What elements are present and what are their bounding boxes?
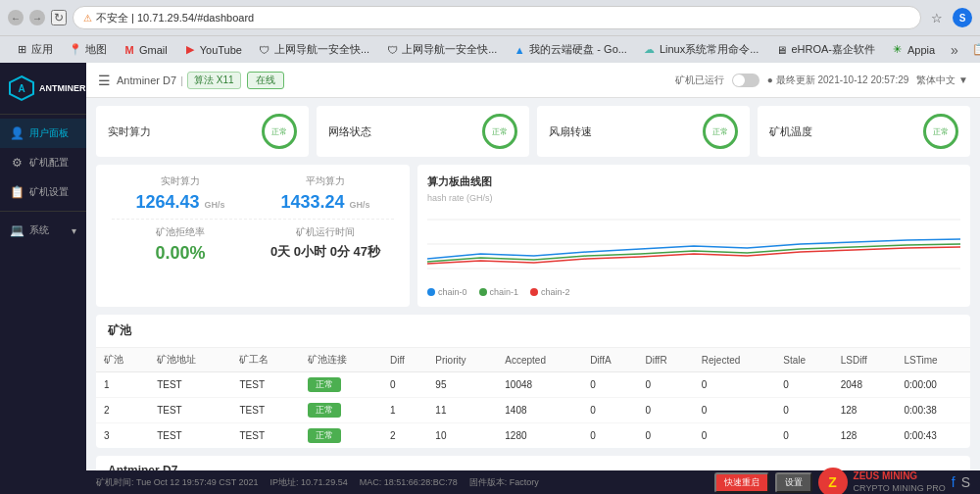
- col-status: 矿池连接: [300, 348, 382, 372]
- browser-chrome: ← → ↻ ⚠ 不安全 | 10.71.29.54/#dashboard ☆ S…: [0, 0, 980, 63]
- sidebar-nav: 👤 用户面板 ⚙ 矿机配置 📋 矿机设置 💻 系统 ▾: [0, 115, 86, 249]
- col-pool: 矿池: [96, 348, 149, 372]
- bookmark-youtube[interactable]: ▶ YouTube: [176, 40, 249, 60]
- config-button[interactable]: 设置: [775, 472, 812, 493]
- pool-row-3: 3 TEST TEST 正常 2 10 1280 0 0 0 0 128: [96, 423, 970, 449]
- sidebar-item-miner-settings[interactable]: 📋 矿机设置: [0, 177, 86, 207]
- bookmark-linux[interactable]: ☁ Linux系统常用命令...: [636, 39, 765, 60]
- bottom-datetime: 矿机时间: Tue Oct 12 19:57:49 CST 2021: [96, 476, 259, 489]
- back-button[interactable]: ←: [8, 10, 24, 25]
- reload-button[interactable]: ↻: [51, 10, 67, 25]
- chain1-label: chain-1: [490, 287, 519, 297]
- pool-row-3-lsdiff: 128: [833, 423, 897, 449]
- pool-row-1-lstime: 0:00:00: [897, 372, 970, 398]
- metrics-grid: 实时算力 1264.43 GH/s 平均算力 1433.24 GH/s: [112, 174, 394, 213]
- shield-icon-1: 🛡: [258, 43, 271, 57]
- config-icon: ⚙: [10, 156, 24, 170]
- pool-row-2-accepted: 1408: [497, 398, 582, 423]
- shield-icon-2: 🛡: [385, 43, 399, 57]
- reading-icon: 📋: [972, 43, 980, 56]
- zeus-text: ZEUS MINING CRYPTO MINING PRO: [854, 469, 946, 494]
- system-label: 系统: [29, 223, 49, 237]
- chart-area: 算力板曲线图 hash rate (GH/s): [417, 165, 970, 307]
- sidebar-item-dashboard[interactable]: 👤 用户面板: [0, 119, 86, 148]
- fan-card-label: 风扇转速: [549, 124, 592, 139]
- bookmark-maps-label: 地图: [85, 42, 107, 57]
- network-ring: 正常: [482, 114, 517, 149]
- cloud-icon: ☁: [643, 43, 657, 57]
- pool-row-1-diffa: 0: [582, 372, 637, 398]
- chain0-dot: [427, 288, 435, 296]
- pool-row-3-priority: 10: [427, 423, 497, 449]
- pool-row-3-lstime: 0:00:43: [897, 423, 970, 449]
- bookmark-appia-label: Appia: [907, 44, 935, 56]
- sidebar-item-system[interactable]: 💻 系统 ▾: [0, 216, 86, 245]
- metric-divider: [112, 219, 394, 220]
- dashboard-label: 用户面板: [29, 126, 69, 140]
- col-rejected: Rejected: [694, 348, 775, 372]
- bookmark-nav1-label: 上网导航一安全快...: [274, 42, 369, 57]
- expand-icon: ▾: [72, 225, 76, 236]
- bookmark-star-icon[interactable]: ☆: [927, 8, 947, 27]
- profile-button[interactable]: S: [953, 8, 972, 27]
- svg-text:A: A: [18, 83, 24, 94]
- pool-table-header: 矿池 矿池地址 矿工名 矿池连接 Diff Priority Accepted …: [96, 348, 970, 372]
- pool-row-2-worker: TEST: [231, 398, 299, 423]
- language-selector[interactable]: 繁体中文 ▼: [916, 74, 968, 87]
- miner-running-label: 矿机已运行: [675, 74, 724, 87]
- bookmark-ehroa-label: eHROA-嘉企软件: [791, 42, 875, 57]
- pool-row-2-diffr: 0: [638, 398, 694, 423]
- col-addr: 矿池地址: [149, 348, 231, 372]
- breadcrumb: Antminer D7 | 算法 X11: [117, 72, 241, 89]
- bookmark-apps[interactable]: ⊞ 应用: [8, 39, 60, 60]
- bookmark-gmail[interactable]: M Gmail: [116, 40, 174, 60]
- pool-row-2-rejected: 0: [694, 398, 775, 423]
- realtime-card-label: 实时算力: [108, 124, 151, 139]
- social-icon[interactable]: S: [961, 474, 970, 490]
- bookmark-gmail-label: Gmail: [139, 44, 168, 56]
- header-right: 矿机已运行 ● 最终更新 2021-10-12 20:57:29 繁体中文 ▼: [675, 74, 968, 87]
- col-stale: Stale: [775, 348, 832, 372]
- reject-value: 0.00%: [112, 243, 249, 264]
- ehroa-icon: 🖥: [774, 43, 788, 57]
- miner-toggle[interactable]: [732, 74, 760, 87]
- chart-title: 算力板曲线图: [427, 174, 960, 189]
- facebook-icon[interactable]: f: [952, 474, 956, 490]
- sidebar-item-miner-config[interactable]: ⚙ 矿机配置: [0, 148, 86, 177]
- bookmarks-more-button[interactable]: »: [946, 39, 963, 61]
- network-card-label: 网络状态: [328, 124, 371, 139]
- bottom-bar: 矿机时间: Tue Oct 12 19:57:49 CST 2021 IP地址:…: [86, 470, 980, 494]
- bookmark-maps[interactable]: 📍 地图: [62, 39, 114, 60]
- forward-button[interactable]: →: [29, 10, 45, 25]
- bookmark-nav2[interactable]: 🛡 上网导航一安全快...: [378, 39, 504, 60]
- col-worker: 矿工名: [231, 348, 299, 372]
- breadcrumb-root: Antminer D7: [117, 74, 176, 86]
- map-icon: 📍: [69, 43, 82, 57]
- settings-icon: 📋: [10, 185, 24, 199]
- col-diff: Diff: [382, 348, 427, 372]
- pool-row-3-accepted: 1280: [497, 423, 582, 449]
- pool-row-1-diffr: 0: [638, 372, 694, 398]
- hamburger-icon[interactable]: ☰: [98, 73, 111, 88]
- pool-row-3-rejected: 0: [694, 423, 775, 449]
- pool-section-title: 矿池: [96, 315, 970, 348]
- pool-row-1: 1 TEST TEST 正常 0 95 10048 0 0 0 0 2048: [96, 372, 970, 398]
- breadcrumb-sep: |: [180, 74, 183, 86]
- status-card-fan: 风扇转速 正常: [537, 106, 750, 157]
- pool-row-2-diffa: 0: [582, 398, 637, 423]
- reading-list-button[interactable]: 📋 阅读清单: [965, 35, 980, 63]
- bookmark-nav1[interactable]: 🛡 上网导航一安全快...: [251, 39, 376, 60]
- restart-button[interactable]: 快速重启: [714, 472, 769, 493]
- col-lstime: LSTime: [897, 348, 970, 372]
- legend-chain2: chain-2: [530, 287, 570, 297]
- temp-card-label: 矿机温度: [769, 124, 812, 139]
- pool-row-2-num: 2: [96, 398, 149, 423]
- bookmark-appia[interactable]: ✳ Appia: [884, 40, 942, 60]
- metrics-left-panel: 实时算力 1264.43 GH/s 平均算力 1433.24 GH/s: [96, 165, 410, 307]
- bookmark-apps-label: 应用: [31, 42, 53, 57]
- pool-row-2-diff: 1: [382, 398, 427, 423]
- address-bar[interactable]: ⚠ 不安全 | 10.71.29.54/#dashboard: [73, 6, 921, 29]
- bookmark-ehroa[interactable]: 🖥 eHROA-嘉企软件: [767, 39, 882, 60]
- bookmark-drive[interactable]: ▲ 我的云端硬盘 - Go...: [506, 39, 634, 60]
- legend-chain1: chain-1: [479, 287, 519, 297]
